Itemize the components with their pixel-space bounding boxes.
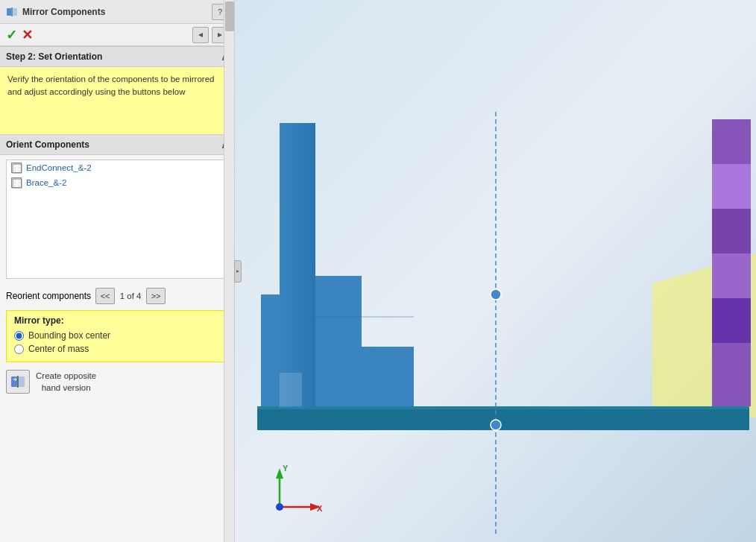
svg-text:Y: Y	[283, 464, 289, 473]
mirror-type-title: Mirror type:	[14, 315, 220, 326]
orient-item-2-label: Brace_&-2	[26, 178, 66, 187]
svg-rect-22	[280, 373, 302, 406]
prev-counter-btn[interactable]: <<	[95, 288, 115, 304]
instruction-box: Verify the orientation of the components…	[0, 67, 234, 134]
component-icon-1	[11, 163, 22, 173]
mirror-type-box: Mirror type: Bounding box center Center …	[6, 310, 228, 362]
left-panel: Mirror Components ? ✓ ✕ Step 2: Set Orie…	[0, 0, 235, 542]
svg-rect-12	[19, 376, 25, 387]
svg-rect-24	[712, 119, 751, 164]
svg-point-31	[491, 289, 501, 300]
dialog-title: Mirror Components	[22, 7, 105, 17]
action-left: ✓ ✕	[6, 28, 33, 42]
bounding-box-label[interactable]: Bounding box center	[28, 330, 110, 341]
svg-rect-29	[712, 343, 751, 406]
action-right	[192, 27, 228, 43]
center-of-mass-radio[interactable]	[14, 344, 24, 354]
title-bar: Mirror Components ?	[0, 0, 234, 24]
create-opposite-label: Create oppositehand version	[36, 370, 96, 394]
svg-rect-0	[7, 8, 11, 16]
svg-rect-11	[11, 376, 17, 387]
step2-header: Step 2: Set Orientation ∧	[0, 46, 234, 67]
svg-rect-25	[712, 164, 751, 209]
create-opposite-button[interactable]	[6, 370, 30, 394]
bounding-box-radio[interactable]	[14, 331, 24, 341]
reorient-section: Reorient components << 1 of 4 >>	[0, 283, 234, 309]
svg-rect-18	[280, 123, 315, 408]
scroll-thumb[interactable]	[225, 1, 234, 31]
svg-point-39	[276, 503, 283, 511]
svg-rect-20	[261, 294, 280, 406]
next-counter-btn[interactable]: >>	[146, 288, 166, 304]
svg-rect-27	[712, 253, 751, 298]
center-of-mass-label[interactable]: Center of mass	[28, 344, 89, 354]
instruction-text: Verify the orientation of the components…	[7, 75, 214, 96]
panel-scrollbar[interactable]	[224, 0, 234, 542]
svg-marker-4	[218, 33, 222, 37]
svg-rect-16	[257, 406, 749, 430]
svg-rect-17	[257, 406, 749, 409]
center-of-mass-row[interactable]: Center of mass	[14, 344, 220, 354]
main-viewport[interactable]: Y X	[235, 0, 756, 542]
panel-collapse-handle[interactable]: ▸	[234, 260, 242, 283]
svg-rect-28	[712, 298, 751, 343]
reorient-label: Reorient components	[6, 291, 91, 301]
svg-text:X: X	[317, 504, 323, 513]
accept-button[interactable]: ✓	[6, 28, 17, 42]
bottom-action: Create oppositehand version	[6, 370, 228, 394]
svg-rect-5	[13, 164, 22, 173]
svg-rect-26	[712, 209, 751, 253]
svg-marker-3	[198, 33, 203, 37]
bounding-box-row[interactable]: Bounding box center	[14, 330, 220, 341]
mirror-components-icon	[6, 6, 18, 18]
orient-label: Orient Components	[6, 139, 89, 150]
svg-point-32	[491, 420, 501, 430]
svg-rect-8	[13, 179, 22, 188]
component-icon-2	[11, 177, 22, 188]
step2-label: Step 2: Set Orientation	[6, 51, 102, 62]
orient-list: EndConnect_&-2 Brace_&-2	[6, 160, 228, 279]
back-button[interactable]	[192, 27, 209, 43]
cad-scene: Y X	[235, 0, 756, 542]
counter-display: 1 of 4	[119, 292, 142, 300]
orient-item-1-label: EndConnect_&-2	[26, 163, 92, 172]
list-item[interactable]: EndConnect_&-2	[7, 160, 227, 175]
svg-rect-1	[13, 8, 17, 16]
action-bar: ✓ ✕	[0, 24, 234, 46]
list-item[interactable]: Brace_&-2	[7, 175, 227, 190]
title-bar-left: Mirror Components	[6, 6, 105, 18]
cancel-button[interactable]: ✕	[22, 28, 33, 42]
orient-header: Orient Components ∧	[0, 134, 234, 155]
